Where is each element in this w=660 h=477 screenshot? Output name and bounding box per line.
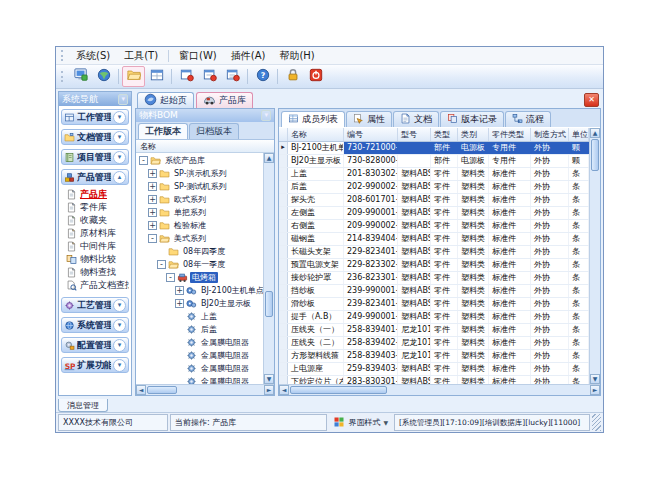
grid-vscroll-track[interactable] — [590, 138, 600, 374]
table-row-10[interactable]: 接纱轮护罩236-823301-00I塑料ABS零件塑料类标准件外协条 — [279, 272, 589, 285]
tree-node-15[interactable]: 金属膜电阻器 — [136, 349, 263, 362]
tree-node-8[interactable]: -08年一季度 — [136, 258, 263, 271]
tree-node-10[interactable]: +BJ-2100主机单点 — [136, 284, 263, 297]
grid-hscroll-track[interactable] — [289, 385, 590, 395]
tree-node-16[interactable]: 金属膜电阻器 — [136, 362, 263, 375]
chevron-down-icon[interactable]: ▾ — [113, 319, 126, 332]
table-row-16[interactable]: 方形塑料线箍258-839403-00I尼龙1010零件塑料类标准件外协条 — [279, 350, 589, 363]
sidebar-item-3-2[interactable]: 收藏夹 — [66, 214, 129, 227]
member-tab-4[interactable]: 流程 — [505, 111, 551, 127]
sidebar-item-3-3[interactable]: 原材料库 — [66, 227, 129, 240]
sidebar-item-3-5[interactable]: 物料比较 — [66, 253, 129, 266]
tree-node-12[interactable]: 上盖 — [136, 310, 263, 323]
table-row-15[interactable]: 压线夹（二）258-839402-00I尼龙1010零件塑料类标准件外协条 — [279, 337, 589, 350]
tree-node-13[interactable]: 后盖 — [136, 323, 263, 336]
sidebar-group-0[interactable]: 工作管理▾ — [61, 109, 129, 125]
tree-node-9[interactable]: -电烤箱 — [136, 271, 263, 284]
column-header-1[interactable]: 编号 — [344, 128, 398, 141]
table-row-1[interactable]: BJ20主显示板730-828000-04I部件电源板专用件外协颗 — [279, 155, 589, 168]
toolbar-window-list-button[interactable] — [145, 66, 168, 87]
column-header-3[interactable]: 类型 — [431, 128, 458, 141]
column-header-6[interactable]: 制造方式 — [531, 128, 569, 141]
tree-node-1[interactable]: +SP-演示机系列 — [136, 167, 263, 180]
scroll-up-icon[interactable]: ▲ — [590, 128, 600, 138]
tree-node-7[interactable]: 08年四季度 — [136, 245, 263, 258]
grid-horizontal-scrollbar[interactable]: ◄ ► — [279, 384, 600, 395]
tree-hscroll-thumb[interactable] — [147, 386, 177, 394]
sidebar-item-3-6[interactable]: 物料查找 — [66, 266, 129, 279]
doc-tab-0[interactable]: 起始页 — [137, 92, 194, 108]
chevron-down-icon[interactable]: ▾ — [113, 299, 126, 312]
table-row-8[interactable]: 长磁头支架229-823401-00I塑料ABS零件塑料类标准件外协条 — [279, 246, 589, 259]
toolbar-globe-button[interactable] — [92, 66, 115, 87]
sidebar-item-3-7[interactable]: 产品文档查找 — [66, 279, 129, 292]
table-row-0[interactable]: ▸BJ-2100主机单点730-721000-12I部件电源板专用件外协颗 — [279, 142, 589, 155]
toolbar-power-button[interactable] — [304, 66, 327, 87]
expand-icon[interactable]: + — [175, 299, 184, 308]
tree-vscroll-track[interactable] — [264, 163, 274, 374]
expand-icon[interactable]: + — [148, 169, 157, 178]
column-header-4[interactable]: 类别 — [458, 128, 489, 141]
sidebar-group-5[interactable]: 系统管理▾ — [61, 317, 129, 333]
expand-icon[interactable]: + — [148, 221, 157, 230]
expand-icon[interactable]: + — [148, 195, 157, 204]
tree-node-5[interactable]: +检验标准 — [136, 219, 263, 232]
chevron-down-icon[interactable]: ▾ — [113, 339, 126, 352]
toolbar-lock-button[interactable] — [281, 66, 304, 87]
menu-item-3[interactable]: 插件(A) — [224, 48, 273, 64]
tree-horizontal-scrollbar[interactable]: ◄ ► — [136, 384, 274, 395]
grid-vertical-scrollbar[interactable]: ▲ ▼ — [589, 128, 600, 384]
sidebar-group-3[interactable]: 产品管理▴ — [61, 169, 129, 185]
grid-vscroll-thumb[interactable] — [591, 139, 599, 171]
table-row-7[interactable]: 磁钢盖214-839404-01I塑料ABS零件塑料类标准件外协条 — [279, 233, 589, 246]
bom-menu-button[interactable]: ▾ — [261, 110, 271, 121]
table-row-4[interactable]: 探头壳208-601701-01I塑料ABS零件塑料类标准件外协条 — [279, 194, 589, 207]
sidebar-item-3-4[interactable]: 中间件库 — [66, 240, 129, 253]
menu-item-4[interactable]: 帮助(H) — [272, 48, 321, 64]
bom-version-tab-0[interactable]: 工作版本 — [138, 123, 188, 139]
sidebar-group-7[interactable]: SP扩展功能▾ — [61, 357, 129, 373]
sidebar-group-6[interactable]: 配置管理▾ — [61, 337, 129, 353]
chevron-down-icon[interactable]: ▾ — [113, 111, 126, 124]
nav-collapse-button[interactable]: ▾ — [118, 94, 128, 105]
close-tab-button[interactable]: ✕ — [584, 93, 599, 107]
scroll-up-icon[interactable]: ▲ — [264, 153, 274, 163]
sidebar-item-3-1[interactable]: 零件库 — [66, 201, 129, 214]
collapse-icon[interactable]: - — [139, 156, 148, 165]
tree-node-2[interactable]: +SP-测试机系列 — [136, 180, 263, 193]
table-row-14[interactable]: 压线夹（一）258-839401-00I尼龙1010零件塑料类标准件外协条 — [279, 324, 589, 337]
table-row-12[interactable]: 滑纱板239-823401-01I塑料ABS零件塑料类标准件外协条 — [279, 298, 589, 311]
table-row-18[interactable]: 下纱定位片（左）283-830301-00I塑料ABS零件塑料类标准件外协条 — [279, 376, 589, 384]
column-header-5[interactable]: 零件类型 — [489, 128, 531, 141]
tree-node-17[interactable]: 金属膜电阻器 — [136, 375, 263, 384]
table-row-5[interactable]: 左侧盖209-990001-01I塑料ABS零件塑料类标准件外协条 — [279, 207, 589, 220]
toolbar-monitor-button[interactable] — [69, 66, 92, 87]
bom-version-tab-1[interactable]: 归档版本 — [189, 123, 239, 139]
scroll-right-icon[interactable]: ► — [590, 385, 600, 395]
toolbar-window-detach-button[interactable] — [198, 66, 221, 87]
ui-style-selector[interactable]: 界面样式 ▼ — [329, 414, 392, 431]
grid-hscroll-thumb[interactable] — [290, 386, 387, 394]
column-header-0[interactable]: 名称 — [288, 128, 344, 141]
column-header-7[interactable]: 单位 — [569, 128, 589, 141]
chevron-down-icon[interactable]: ▾ — [113, 131, 126, 144]
chevron-up-icon[interactable]: ▴ — [113, 171, 126, 184]
sidebar-group-2[interactable]: 项目管理▾ — [61, 149, 129, 165]
collapse-icon[interactable]: - — [157, 260, 166, 269]
doc-tab-1[interactable]: 产品库 — [196, 92, 253, 108]
expand-icon[interactable]: + — [148, 208, 157, 217]
table-row-9[interactable]: 预置电源支架229-823302-00I塑料ABS零件塑料类标准件外协条 — [279, 259, 589, 272]
tree-vertical-scrollbar[interactable]: ▲ ▼ — [263, 153, 274, 384]
tree-node-11[interactable]: +BJ20主显示板 — [136, 297, 263, 310]
table-row-2[interactable]: 上盖201-830302-00I塑料ABS零件塑料类标准件外协条 — [279, 168, 589, 181]
tree-column-header[interactable]: 名称 — [136, 140, 274, 153]
member-tab-3[interactable]: 版本记录 — [440, 111, 504, 127]
message-panel-tab[interactable]: 消息管理 — [58, 399, 108, 412]
scroll-left-icon[interactable]: ◄ — [279, 385, 289, 395]
drag-grip[interactable] — [61, 71, 66, 82]
scroll-down-icon[interactable]: ▼ — [590, 374, 600, 384]
column-header-2[interactable]: 型号 — [398, 128, 431, 141]
menu-item-1[interactable]: 工具(T) — [117, 48, 165, 64]
menu-item-2[interactable]: 窗口(W) — [172, 48, 224, 64]
collapse-icon[interactable]: - — [148, 234, 157, 243]
